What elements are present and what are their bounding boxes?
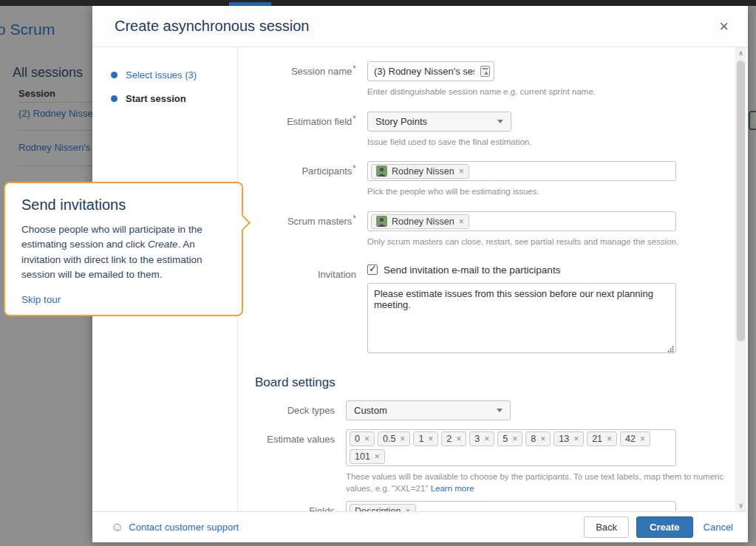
scroll-up-icon[interactable]: ∧ [735,47,746,59]
skip-tour-link[interactable]: Skip tour [21,294,61,305]
board-settings-heading: Board settings [255,375,726,390]
deck-types-select[interactable]: Custom [346,400,511,420]
estimate-value-chip: 5× [497,431,522,446]
remove-chip-icon[interactable]: × [428,434,433,444]
scrum-master-chip: Rodney Nissen × [371,214,469,229]
contact-support-link[interactable]: Contact customer support [129,522,239,533]
remove-chip-icon[interactable]: × [540,434,545,444]
remove-chip-icon[interactable]: × [573,434,579,444]
session-name-input[interactable] [367,61,494,81]
step-bullet-icon [111,72,118,78]
fields-label: Fields [238,501,346,511]
close-icon[interactable]: × [715,17,733,36]
participants-label: Participants [238,161,367,211]
estimate-value-chip: 0.5× [378,431,410,446]
remove-chip-icon[interactable]: × [364,434,370,444]
estimate-values-label: Estimate values [238,429,346,501]
scrum-masters-helper: Only scrum masters can close, restart, s… [367,236,726,248]
invitation-message-textarea[interactable]: Please estimate issues from this session… [367,283,676,353]
remove-chip-icon[interactable]: × [484,434,489,444]
dialog-title: Create asynchronous session [115,18,715,35]
tour-body: Choose people who will participate in th… [21,222,225,282]
estimate-values-input[interactable]: 0× 0.5× 1× 2× 3× 5× 8× 13× 21× 42× 101× [346,429,676,466]
dialog-header: Create asynchronous session × [92,6,748,47]
estimate-value-chip: 0× [350,431,375,446]
deck-types-label: Deck types [238,400,346,429]
tour-title: Send invitations [21,197,225,214]
cancel-link[interactable]: Cancel [704,522,733,533]
step-bullet-icon [111,95,118,102]
browser-top-bar [0,0,756,6]
remove-chip-icon[interactable]: × [406,506,411,511]
estimate-value-chip: 3× [469,431,494,446]
participants-input[interactable]: Rodney Nissen × [367,161,676,181]
content-scrollbar[interactable]: ∧ ∨ [735,47,746,511]
chevron-down-icon [497,120,503,123]
active-tab-indicator [229,2,271,6]
learn-more-link[interactable]: Learn more [431,484,474,493]
estimate-value-chip: 1× [413,431,438,446]
participants-helper: Pick the people who will be estimating i… [367,185,726,198]
estimate-value-chip: 8× [525,431,551,446]
step-select-issues[interactable]: Select issues (3) [111,69,237,81]
fields-input[interactable]: Description × [346,501,676,511]
send-invitation-checkbox-label: Send invitation e-mail to the participan… [384,265,560,276]
estimate-value-chip: 101× [350,449,385,464]
remove-chip-icon[interactable]: × [459,166,464,177]
scrum-masters-input[interactable]: Rodney Nissen × [367,211,676,231]
estimation-field-select[interactable]: Story Points [367,112,511,132]
remove-chip-icon[interactable]: × [607,434,612,444]
scroll-down-icon[interactable]: ∨ [735,499,746,511]
estimate-value-chip: 2× [441,431,466,446]
autofill-icon[interactable] [480,66,490,77]
contact-support[interactable]: ☺ Contact customer support [111,521,584,533]
back-button[interactable]: Back [584,516,629,538]
smiley-icon: ☺ [111,521,123,533]
participant-chip: Rodney Nissen × [371,164,469,179]
send-invitation-checkbox[interactable] [367,265,378,275]
remove-chip-icon[interactable]: × [459,216,464,227]
session-name-helper: Enter distinguishable session name e.g. … [367,86,726,98]
session-name-label: Session name [238,61,367,112]
field-chip: Description × [350,504,416,511]
estimation-field-label: Estimation field [238,112,367,162]
remove-chip-icon[interactable]: × [375,451,380,462]
remove-chip-icon[interactable]: × [640,434,645,444]
scrollbar-thumb[interactable] [737,61,745,341]
create-button[interactable]: Create [636,516,692,538]
dialog-footer: ☺ Contact customer support Back Create C… [92,511,748,542]
remove-chip-icon[interactable]: × [400,434,405,444]
remove-chip-icon[interactable]: × [512,434,517,444]
estimate-values-helper: These values will be available to choose… [346,471,726,495]
estimate-value-chip: 42× [620,431,650,446]
dialog-content: Session name Enter distinguishable sessi… [238,47,748,511]
estimate-value-chip: 21× [587,431,617,446]
estimate-value-chip: 13× [554,431,584,446]
chevron-down-icon [497,409,503,412]
estimation-field-helper: Issue field used to save the final estim… [367,136,726,149]
scrum-masters-label: Scrum masters [238,211,367,265]
user-avatar [376,165,387,177]
tour-popup: Send invitations Choose people who will … [4,182,243,316]
user-avatar [376,216,387,227]
step-start-session[interactable]: Start session [111,93,237,104]
invitation-label: Invitation [238,265,367,356]
remove-chip-icon[interactable]: × [456,434,461,444]
